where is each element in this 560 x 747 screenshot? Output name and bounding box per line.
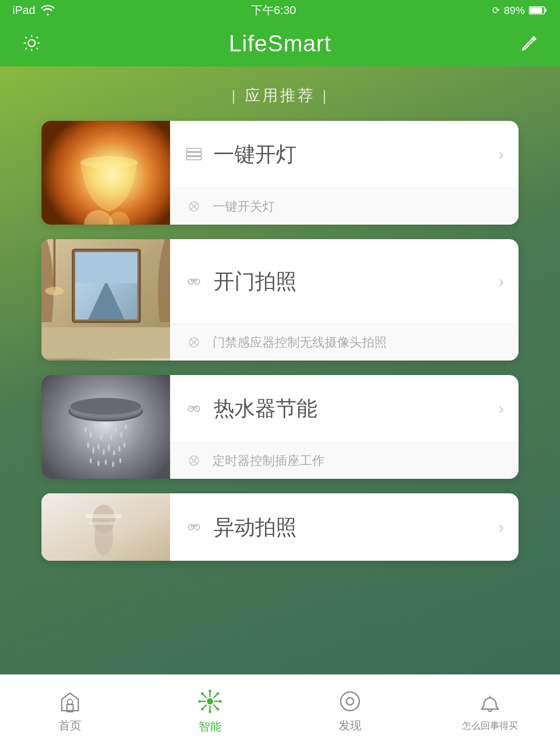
svg-point-28	[90, 432, 92, 438]
card-water[interactable]: 热水器节能 › 定时器控制插座工作	[41, 375, 519, 479]
chevron-motion: ›	[498, 518, 504, 537]
card-sub-text-light: 一键开关灯	[213, 198, 275, 215]
svg-point-40	[108, 444, 110, 451]
smart-icon	[197, 688, 223, 715]
water-main-icon	[183, 400, 205, 417]
svg-point-35	[125, 424, 127, 430]
card-content-water: 热水器节能 › 定时器控制插座工作	[170, 375, 519, 479]
svg-point-34	[120, 432, 122, 438]
shower-illustration	[41, 375, 170, 479]
svg-point-27	[85, 427, 87, 432]
card-main-row-door[interactable]: 开门拍照 ›	[170, 239, 519, 324]
card-main-row-water[interactable]: 热水器节能 ›	[170, 375, 519, 442]
card-image-door	[41, 239, 170, 361]
svg-rect-10	[187, 157, 201, 160]
rotation-icon: ⟳	[492, 5, 500, 16]
card-content-motion: 异动拍照 ›	[170, 493, 519, 561]
card-sub-row-door: 门禁感应器控制无线摄像头拍照	[170, 324, 519, 361]
svg-point-79	[346, 698, 354, 705]
motion-main-icon	[183, 519, 205, 535]
nav-item-home[interactable]: 首页	[0, 689, 140, 734]
svg-point-42	[118, 446, 120, 452]
nav-item-smart[interactable]: 智能	[140, 688, 280, 735]
card-door[interactable]: 开门拍照 › 门禁感应器控制无线摄像头拍照	[41, 239, 519, 361]
svg-point-73	[219, 700, 222, 702]
card-main-title-door: 开门拍照	[214, 267, 492, 296]
svg-rect-9	[187, 153, 201, 156]
svg-point-39	[103, 449, 105, 455]
card-main-row-light[interactable]: 一键开灯 ›	[170, 121, 519, 188]
svg-point-70	[209, 689, 212, 692]
nav-label-home: 首页	[59, 718, 81, 734]
svg-point-72	[199, 700, 201, 702]
home-icon	[58, 689, 82, 714]
card-main-title-water: 热水器节能	[214, 394, 492, 423]
svg-rect-56	[88, 522, 117, 525]
svg-point-71	[209, 710, 212, 713]
svg-point-45	[97, 460, 100, 466]
svg-rect-55	[86, 514, 122, 518]
edit-icon	[520, 33, 539, 53]
water-sub-icon	[183, 454, 205, 467]
card-light[interactable]: 一键开灯 › 一键开关灯	[41, 121, 519, 225]
svg-point-30	[100, 433, 102, 440]
card-main-row-motion[interactable]: 异动拍照 ›	[170, 493, 519, 561]
card-main-title-light: 一键开灯	[214, 140, 492, 169]
card-sub-text-door: 门禁感应器控制无线摄像头拍照	[213, 334, 387, 351]
lamp-image	[41, 121, 170, 225]
card-motion[interactable]: 异动拍照 ›	[41, 493, 519, 561]
nav-item-discover[interactable]: 发现	[280, 689, 420, 734]
svg-rect-2	[544, 9, 547, 12]
battery-label: 89%	[504, 5, 525, 17]
chevron-light: ›	[498, 145, 504, 164]
svg-point-77	[201, 708, 204, 710]
svg-point-60	[67, 699, 73, 704]
card-image-motion	[41, 493, 170, 561]
svg-rect-8	[187, 148, 201, 151]
settings-button[interactable]	[21, 32, 43, 56]
card-content-door: 开门拍照 › 门禁感应器控制无线摄像头拍照	[170, 239, 519, 361]
main-content: 应用推荐	[0, 66, 560, 747]
motion-illustration	[41, 493, 170, 561]
section-title: 应用推荐	[232, 85, 329, 106]
svg-point-19	[45, 287, 64, 295]
nav-label-smart: 智能	[199, 719, 221, 735]
card-content-light: 一键开灯 › 一键开关灯	[170, 121, 519, 225]
time-display: 下午6:30	[251, 3, 296, 18]
svg-rect-13	[41, 327, 170, 358]
nav-label-discover: 发现	[339, 718, 361, 734]
wifi-icon	[40, 5, 55, 16]
svg-point-37	[92, 447, 94, 454]
chevron-door: ›	[498, 272, 504, 291]
discover-icon	[338, 689, 362, 714]
svg-point-31	[105, 428, 107, 434]
svg-rect-1	[530, 8, 542, 13]
svg-point-41	[113, 450, 115, 455]
svg-point-29	[95, 424, 97, 430]
card-image-lamp	[41, 121, 170, 225]
nav-item-buy[interactable]: 怎么回事得买	[420, 690, 560, 732]
svg-point-48	[119, 458, 121, 463]
svg-point-44	[90, 458, 92, 463]
svg-point-26	[71, 398, 141, 414]
status-bar: iPad 下午6:30 ⟳ 89%	[0, 0, 560, 21]
lamp-illustration	[41, 121, 170, 225]
svg-point-38	[97, 444, 100, 449]
battery-icon	[529, 6, 548, 15]
svg-point-33	[115, 427, 117, 432]
light-sub-icon	[183, 200, 205, 213]
bottom-nav: 首页 智能 发	[0, 674, 560, 747]
app-title: LifeSmart	[229, 31, 331, 57]
svg-point-78	[341, 692, 359, 711]
edit-button[interactable]	[520, 33, 539, 54]
cards-container: 一键开灯 › 一键开关灯	[41, 121, 519, 561]
door-illustration	[41, 239, 170, 358]
door-sub-icon	[183, 336, 205, 349]
svg-point-36	[87, 442, 89, 448]
card-main-title-motion: 异动拍照	[214, 513, 492, 542]
bell-icon	[478, 690, 502, 715]
status-left: iPad	[12, 4, 55, 17]
device-label: iPad	[12, 4, 35, 17]
light-main-icon	[183, 147, 205, 162]
svg-point-43	[123, 442, 125, 448]
